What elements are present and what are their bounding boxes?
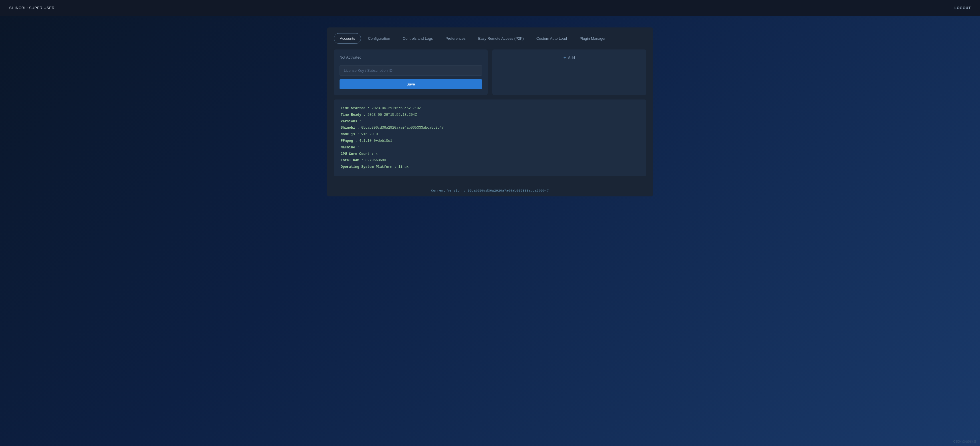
ffmpeg-label: FFmpeg : [341,139,359,143]
system-info-panel: Time Started : 2023-06-29T15:58:52.713Z … [334,100,646,176]
time-started-label: Time Started : [341,106,372,110]
time-started-line: Time Started : 2023-06-29T15:58:52.713Z [341,105,639,112]
header: SHINOBI : SUPER USER LOGOUT [0,0,980,16]
tab-accounts[interactable]: Accounts [334,33,361,44]
machine-label: Machine : [341,146,359,149]
activation-status: Not Activated [340,55,482,59]
os-line: Operating System Platform : linux [341,164,639,170]
app-title: SHINOBI : SUPER USER [9,6,55,10]
main-card: Accounts Configuration Controls and Logs… [327,27,653,197]
main-container: Accounts Configuration Controls and Logs… [321,27,659,197]
time-ready-value: 2023-06-29T15:59:13.204Z [368,113,417,117]
cpu-line: CPU Core Count : 4 [341,151,639,157]
footer: Current Version : 05cab396cd36a2920a7a04… [327,185,653,197]
tab-configuration[interactable]: Configuration [362,33,396,43]
tab-controls-logs[interactable]: Controls and Logs [397,33,439,43]
os-label: Operating System Platform : [341,165,398,169]
versions-label: Versions : [341,119,361,124]
machine-line: Machine : [341,144,639,151]
cpu-value: 4 [375,152,378,156]
time-ready-line: Time Ready : 2023-06-29T15:59:13.204Z [341,112,639,118]
footer-version: Current Version : 05cab396cd36a2920a7a04… [431,189,549,192]
shinobi-line: Shinobi : 05cab396cd36a2920a7a04ab005333… [341,125,639,131]
add-panel: + Add [492,49,646,95]
ffmpeg-line: FFmpeg : 4.1.10-0+deb10u1 [341,138,639,144]
tab-custom-auto-load[interactable]: Custom Auto Load [531,33,573,43]
nodejs-line: Node.js : v16.20.0 [341,131,639,138]
shinobi-label: Shinobi : [341,126,361,130]
time-started-value: 2023-06-29T15:58:52.713Z [372,106,421,110]
license-key-input[interactable] [340,65,482,76]
versions-line: Versions : [341,118,639,125]
cpu-label: CPU Core Count : [341,152,375,156]
nodejs-label: Node.js : [341,132,361,136]
top-grid: Not Activated Save + Add [334,49,646,95]
tab-easy-remote[interactable]: Easy Remote Access (P2P) [472,33,530,43]
tab-plugin-manager[interactable]: Plugin Manager [574,33,611,43]
ram-value: 8270663680 [365,159,386,162]
tab-preferences[interactable]: Preferences [440,33,471,43]
ffmpeg-value: 4.1.10-0+deb10u1 [359,139,392,143]
nodejs-value: v16.20.0 [361,132,378,136]
save-button[interactable]: Save [340,79,482,89]
watermark: CSDN @杨浦老苏 [953,440,977,444]
ram-label: Total RAM : [341,159,365,162]
os-value: linux [398,165,409,169]
add-button[interactable]: + Add [563,55,575,60]
ram-line: Total RAM : 8270663680 [341,157,639,164]
activation-panel: Not Activated Save [334,49,488,95]
add-label: Add [568,56,575,60]
logout-button[interactable]: LOGOUT [955,6,971,10]
tabs-bar: Accounts Configuration Controls and Logs… [327,27,653,44]
shinobi-value: 05cab396cd36a2920a7a04ab005333abca5b9b47 [361,126,444,130]
plus-icon: + [563,55,566,60]
tab-content: Not Activated Save + Add Time Started : … [327,44,653,185]
time-ready-label: Time Ready : [341,113,368,117]
